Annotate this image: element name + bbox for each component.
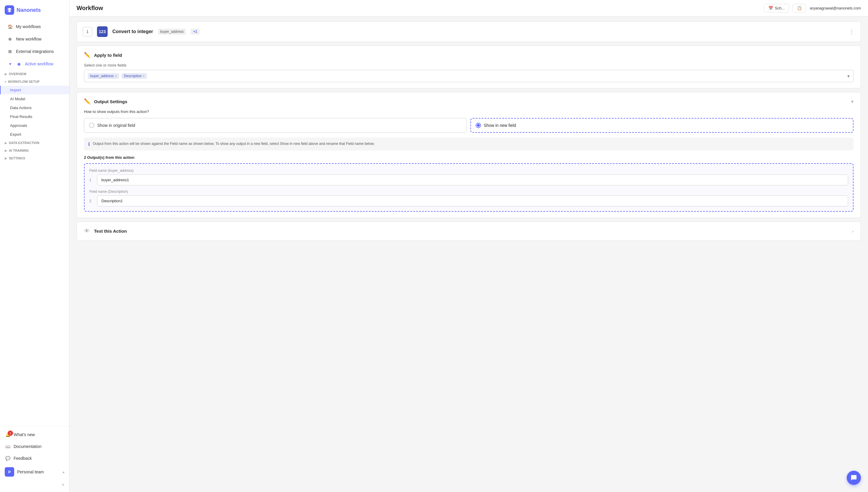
tag-remove-description[interactable]: ×: [143, 74, 145, 78]
active-workflow-label: Active workflow: [25, 62, 53, 66]
sidebar-item-label: My workflows: [16, 24, 41, 29]
step-number: 1: [83, 27, 92, 36]
content-area: 1 123 Convert to integer buyer_address +…: [70, 17, 868, 492]
field-name-text: Field name: [89, 169, 107, 173]
copy-button[interactable]: 📋: [793, 4, 806, 13]
section-header-overview[interactable]: ▶ OVERVIEW: [0, 70, 69, 77]
sidebar-item-new-workflow[interactable]: ⊕ New workflow: [2, 33, 67, 45]
whats-new-label: What's new: [14, 432, 35, 437]
sidebar-item-my-workflows[interactable]: 🏠 My workflows: [2, 21, 67, 32]
user-email: aryanagrawal@nanonets.com: [810, 6, 861, 10]
output-settings-chevron-icon[interactable]: ▾: [851, 99, 853, 104]
personal-team-item[interactable]: P Personal team ▴: [0, 464, 69, 479]
step-extra-tag: +1: [191, 29, 200, 34]
tag-label: buyer_address: [90, 74, 114, 78]
approvals-label: Approvals: [10, 123, 27, 128]
chevron-right-icon: ▶: [5, 149, 7, 152]
section-label: OVERVIEW: [9, 72, 26, 76]
logo-icon: [5, 5, 14, 15]
tag-description: Description ×: [122, 73, 147, 79]
output-field-label-1: Field name (buyer_address): [89, 169, 848, 173]
sidebar-navigation: 🏠 My workflows ⊕ New workflow ⊞ External…: [0, 20, 69, 426]
sidebar-item-data-actions[interactable]: Data Actions: [0, 103, 69, 112]
workflow-icon: ◉: [16, 61, 22, 67]
output-settings-title-row: ✏️ Output Settings ▾: [84, 98, 853, 105]
section-header-ai-training[interactable]: ▶ AI TRAINING: [0, 147, 69, 154]
section-label: WORKFLOW SETUP: [8, 80, 40, 83]
topbar-right: 📅 Sch... 📋 aryanagrawal@nanonets.com: [764, 4, 861, 13]
test-action-section[interactable]: 👁 Test this Action ›: [77, 221, 861, 241]
chevron-right-icon: ▶: [5, 157, 7, 160]
sidebar-item-whats-new[interactable]: 🔔 1 What's new: [0, 429, 69, 441]
radio-option-new[interactable]: Show in new field: [470, 118, 854, 133]
field-hint-text: (Description): [108, 190, 128, 194]
tag-buyer-address: buyer_address ×: [88, 73, 119, 79]
sidebar-item-label: External integrations: [16, 49, 54, 54]
section-header-workflow-setup[interactable]: ▾ WORKFLOW SETUP: [0, 78, 69, 85]
ai-model-label: AI Model: [10, 97, 25, 101]
tag-label: Description: [124, 74, 142, 78]
field-multi-select[interactable]: buyer_address × Description × ▾: [84, 70, 853, 82]
chevron-right-icon: ▶: [5, 141, 7, 145]
sidebar-item-active-workflow[interactable]: ▾ ◉ Active workflow: [2, 58, 67, 70]
topbar: Workflow 📅 Sch... 📋 aryanagrawal@nanonet…: [70, 0, 868, 17]
info-box: ℹ Output from this action will be shown …: [84, 138, 853, 150]
chat-support-button[interactable]: [847, 471, 861, 485]
pencil-icon: ✏️: [84, 52, 91, 58]
output-field-input-2[interactable]: [97, 195, 848, 206]
output-settings-card: ✏️ Output Settings ▾ How to show outputs…: [77, 92, 861, 218]
sidebar-collapse-button[interactable]: «: [0, 479, 69, 490]
main-content: Workflow 📅 Sch... 📋 aryanagrawal@nanonet…: [70, 0, 868, 492]
tag-remove-buyer-address[interactable]: ×: [115, 74, 117, 78]
plus-circle-icon: ⊕: [7, 36, 13, 42]
radio-new-label: Show in new field: [484, 123, 516, 128]
sidebar-item-import[interactable]: Import: [0, 86, 69, 94]
section-title-row: ✏️ Apply to field: [84, 52, 853, 58]
sidebar-item-feedback[interactable]: 💬 Feedback: [0, 452, 69, 464]
test-chevron-icon: ›: [852, 228, 853, 234]
output-row-2: Field name (Description) 2: [89, 190, 848, 206]
output-row-1: Field name (buyer_address) 1: [89, 169, 848, 186]
home-icon: 🏠: [7, 24, 13, 30]
schedule-button[interactable]: 📅 Sch...: [764, 4, 789, 13]
output-input-row-1: 1: [89, 174, 848, 186]
team-icon: P: [5, 467, 14, 476]
output-radio-options: Show in original field Show in new field: [84, 118, 853, 133]
chevron-up-icon: ▴: [63, 470, 65, 474]
sidebar-item-export[interactable]: Export: [0, 130, 69, 139]
output-num-1: 1: [89, 178, 94, 182]
section-label: DATA EXTRACTION: [9, 141, 39, 145]
field-select-label: Select one or more fields: [84, 63, 853, 68]
sidebar-item-final-results[interactable]: Final Results: [0, 112, 69, 121]
chevron-down-icon: ▾: [7, 61, 13, 67]
sidebar-item-ai-model[interactable]: AI Model: [0, 95, 69, 103]
sidebar-item-documentation[interactable]: 📖 Documentation: [0, 441, 69, 452]
app-logo[interactable]: Nanonets: [0, 0, 69, 20]
sidebar-item-external-integrations[interactable]: ⊞ External integrations: [2, 46, 67, 57]
step-name: Convert to integer: [112, 29, 153, 34]
section-label: AI TRAINING: [9, 149, 29, 152]
section-header-data-extraction[interactable]: ▶ DATA EXTRACTION: [0, 139, 69, 146]
radio-original-label: Show in original field: [97, 123, 135, 128]
book-icon: 📖: [5, 443, 11, 449]
grid-icon: ⊞: [7, 49, 13, 54]
step-type-icon: 123: [97, 26, 107, 37]
message-square-icon: 💬: [5, 456, 11, 461]
sidebar-item-approvals[interactable]: Approvals: [0, 121, 69, 130]
radio-original-circle: [89, 123, 94, 128]
radio-option-original[interactable]: Show in original field: [84, 118, 467, 133]
outputs-count-title: 2 Output(s) from this action: [84, 155, 853, 159]
test-icon: 👁: [84, 228, 90, 235]
output-field-input-1[interactable]: [97, 174, 848, 186]
output-settings-title: Output Settings: [94, 99, 127, 104]
section-header-settings[interactable]: ▶ SETTINGS: [0, 155, 69, 162]
import-label: Import: [10, 88, 21, 92]
step-menu-button[interactable]: ⋮: [849, 28, 855, 35]
apply-to-field-section: ✏️ Apply to field Select one or more fie…: [77, 46, 861, 88]
page-title: Workflow: [77, 5, 103, 11]
field-hint-text: (buyer_address): [108, 169, 134, 173]
final-results-label: Final Results: [10, 115, 32, 119]
output-question-text: How to show outputs from this action?: [84, 109, 853, 114]
output-input-row-2: 2: [89, 195, 848, 206]
outputs-box: Field name (buyer_address) 1 Field name …: [84, 163, 853, 212]
